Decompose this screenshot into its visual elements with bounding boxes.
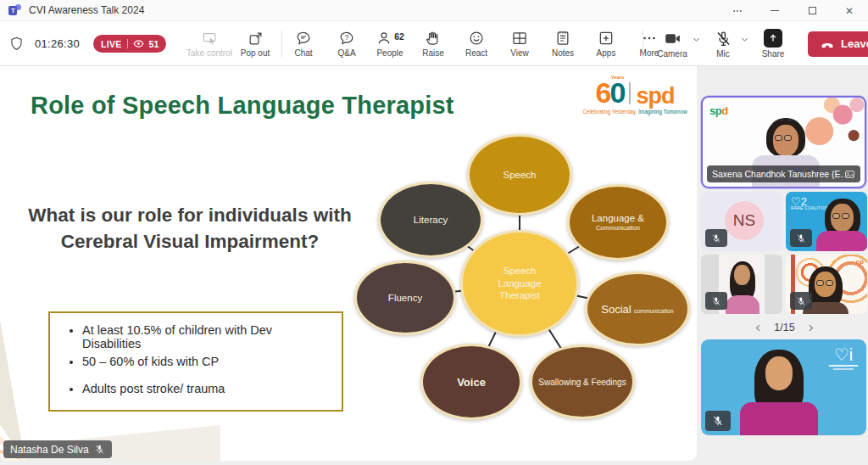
mic-options-chevron-icon[interactable] — [739, 34, 750, 45]
participant-tile[interactable]: cp — [786, 255, 867, 314]
previous-page-icon[interactable] — [753, 322, 764, 333]
participant-tile-ns[interactable]: NS — [701, 192, 782, 251]
maximize-icon[interactable] — [793, 0, 831, 21]
active-speaker-name: Saxena Chandhok Tanushree (E... — [712, 169, 844, 179]
mic-muted-icon — [796, 233, 806, 244]
leave-button[interactable]: Leave — [808, 31, 868, 57]
camera-options-chevron-icon[interactable] — [691, 34, 702, 45]
react-button[interactable]: React — [455, 30, 498, 58]
diagram-node-literacy: Literacy — [378, 182, 483, 258]
pop-out-button[interactable]: Pop out — [234, 31, 276, 58]
diagram-node-fluency: Fluency — [354, 261, 456, 335]
active-speaker-video[interactable]: spd Saxena Chandhok Tanushree (E... — [701, 96, 866, 188]
diagram-node-language-communication: Language & Communication — [567, 184, 669, 261]
share-button[interactable]: Share — [752, 29, 794, 59]
pop-out-icon — [248, 31, 264, 47]
presenter-mic-muted-icon — [94, 444, 105, 455]
apps-button[interactable]: Apps — [585, 30, 627, 58]
raise-hand-icon — [425, 30, 442, 47]
gallery-pager: 1/15 — [701, 318, 868, 337]
mic-button[interactable]: Mic — [704, 30, 743, 59]
active-speaker-name-pill: Saxena Chandhok Tanushree (E... — [707, 165, 860, 182]
leave-phone-icon — [820, 36, 835, 52]
participant-tile[interactable]: ♡2RARE COALITION — [786, 192, 867, 251]
view-grid-icon — [511, 30, 528, 47]
live-label: LIVE — [101, 39, 122, 49]
close-icon[interactable]: ✕ — [831, 0, 868, 21]
participant-tile[interactable] — [701, 255, 782, 314]
take-control-button[interactable]: Take control — [185, 31, 234, 58]
meeting-toolbar: 01:26:30 LIVE 51 Take control Pop out — [0, 21, 868, 66]
viewer-count: 51 — [149, 39, 159, 49]
mic-muted-badge — [790, 229, 812, 247]
raise-hand-button[interactable]: Raise — [412, 30, 454, 58]
next-page-icon[interactable] — [805, 322, 816, 333]
teams-logo-icon: T — [8, 4, 21, 17]
teams-meeting-window: T CVI Awareness Talk 2024 ✕ 01:26:30 LIV… — [0, 0, 868, 465]
diagram-node-center: Speech Language Therapist — [460, 230, 579, 337]
participants-panel: spd Saxena Chandhok Tanushree (E... NS — [701, 66, 868, 465]
people-button[interactable]: 62 People — [369, 30, 411, 58]
mic-muted-badge — [705, 292, 727, 310]
shared-slide: Role of Speech Language Therapist Years … — [0, 66, 697, 461]
security-shield-icon — [8, 36, 25, 52]
video-pin-icon[interactable] — [844, 169, 855, 180]
participant-video-large[interactable]: ♡i — [701, 339, 866, 435]
diagram-node-social-communication: Social communication — [585, 272, 690, 346]
diagram-node-speech: Speech — [467, 134, 572, 216]
chat-icon — [295, 30, 312, 47]
avatar-initials: NS — [733, 211, 755, 230]
apps-icon — [598, 30, 615, 47]
mic-muted-icon — [711, 296, 721, 306]
viewers-eye-icon — [133, 38, 144, 49]
meeting-stage: Role of Speech Language Therapist Years … — [0, 66, 868, 465]
camera-icon — [664, 30, 682, 48]
people-count: 62 — [394, 31, 404, 42]
share-arrow-icon — [767, 32, 779, 44]
people-icon — [376, 30, 392, 47]
mic-muted-badge — [705, 229, 727, 247]
mic-muted-icon — [712, 415, 724, 427]
react-smiley-icon — [468, 30, 485, 47]
mic-muted-icon — [796, 296, 806, 306]
mic-muted-icon — [715, 30, 732, 48]
window-more-icon[interactable] — [719, 0, 756, 21]
qa-button[interactable]: Q&A — [326, 30, 368, 58]
meeting-timer: 01:26:30 — [35, 37, 80, 50]
notes-button[interactable]: Notes — [542, 30, 584, 58]
qa-icon — [338, 30, 355, 47]
title-bar: T CVI Awareness Talk 2024 ✕ — [0, 0, 868, 21]
diagram-node-voice: Voice — [420, 344, 522, 420]
minimize-icon[interactable] — [756, 0, 793, 21]
chat-button[interactable]: Chat — [282, 30, 325, 58]
page-indicator: 1/15 — [774, 322, 794, 333]
camera-button[interactable]: Camera — [650, 30, 694, 59]
live-badge: LIVE 51 — [93, 35, 166, 53]
view-button[interactable]: View — [498, 30, 541, 58]
mic-muted-icon — [711, 233, 721, 244]
avatar: NS — [725, 201, 764, 240]
presenter-name-tag: Natasha De Silva — [3, 440, 112, 458]
presenter-name: Natasha De Silva — [10, 444, 89, 456]
diagram-node-swallowing-feedings: Swallowing & Feedings — [530, 345, 635, 419]
window-title: CVI Awareness Talk 2024 — [29, 4, 144, 16]
take-control-icon — [202, 31, 218, 47]
mic-muted-badge — [790, 292, 812, 310]
mic-muted-badge — [705, 411, 731, 431]
notes-icon — [554, 30, 571, 47]
